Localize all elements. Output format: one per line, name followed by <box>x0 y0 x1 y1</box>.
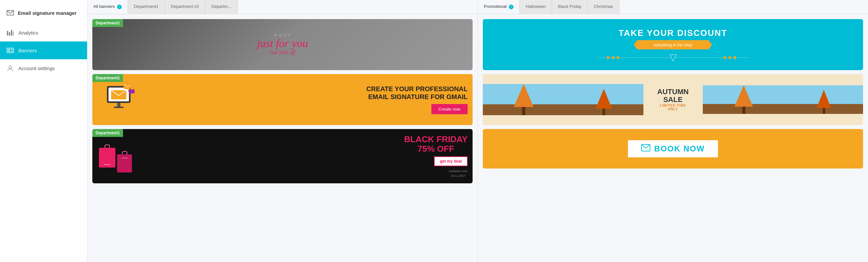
autumn-sale-title: AUTUMN SALE <box>657 88 689 104</box>
autumn-sale-center: AUTUMN SALE LIMITED TIME ONLY <box>643 85 703 114</box>
sidebar-item-analytics[interactable]: Analytics <box>0 24 87 41</box>
svg-marker-22 <box>727 55 731 60</box>
svg-rect-0 <box>7 31 8 36</box>
gift-script-text: just for you <box>257 37 308 50</box>
bf-store-text: martstore.com <box>448 170 468 173</box>
email-dept-badge: Department1 <box>92 74 123 82</box>
svg-marker-23 <box>722 55 726 60</box>
blue-discount-title: TAKE YOUR DISCOUNT <box>488 28 858 38</box>
blue-discount-content: TAKE YOUR DISCOUNT everything in the sho… <box>483 23 863 66</box>
tab-department1[interactable]: Department1 <box>128 0 165 14</box>
bf-date-text: 24.11.2017 <box>448 174 468 177</box>
svg-marker-20 <box>670 54 676 61</box>
gift-banner-card[interactable]: Department1 A GIFT just for you Get 50% … <box>92 19 473 70</box>
banners-icon <box>7 47 14 54</box>
booknow-right-notch <box>853 129 863 169</box>
svg-rect-3 <box>13 32 13 36</box>
bf-deal-button[interactable]: get my deal <box>434 156 468 166</box>
svg-point-8 <box>9 66 11 69</box>
bf-title: BLACK FRIDAY 75% OFF <box>404 135 468 153</box>
autumn-trees-right <box>703 85 863 114</box>
bf-banner-text: BLACK FRIDAY 75% OFF <box>404 135 468 153</box>
booknow-banner-card[interactable]: BOOK NOW <box>483 129 863 169</box>
main-content: All banners ? Department1 Department #2 … <box>87 0 868 262</box>
tab-all-banners[interactable]: All banners ? <box>87 0 128 14</box>
blue-arrows-decoration <box>597 54 749 61</box>
booknow-left-notch <box>483 129 493 169</box>
tab-department2[interactable]: Department #2 <box>165 0 206 14</box>
gift-banner-content: A GIFT just for you Get 50% off <box>254 30 311 59</box>
booknow-label: BOOK NOW <box>654 144 705 153</box>
left-panel-tabs: All banners ? Department1 Department #2 … <box>87 0 477 14</box>
sidebar: Email signature manager Analytics Banner… <box>0 0 87 262</box>
shopping-bags-illustration <box>99 145 132 167</box>
promotional-help-icon[interactable]: ? <box>509 5 514 9</box>
sidebar-logo-text: Email signature manager <box>18 10 76 16</box>
right-panel: Promotional ? Halloween Black Friday Chr… <box>478 0 868 262</box>
booknow-email-icon <box>641 144 650 153</box>
svg-marker-21 <box>733 55 736 60</box>
svg-rect-6 <box>11 49 13 50</box>
tab-black-friday[interactable]: Black Friday <box>552 0 588 14</box>
gift-dept-badge: Department1 <box>92 19 123 27</box>
sidebar-item-banners[interactable]: Banners <box>0 41 87 59</box>
email-banner-card[interactable]: Department1 <box>92 74 473 125</box>
svg-rect-15 <box>114 107 124 108</box>
tab-department-more[interactable]: Departm... <box>206 0 238 14</box>
svg-rect-1 <box>9 32 10 36</box>
booknow-content: BOOK NOW <box>483 129 863 169</box>
sidebar-analytics-label: Analytics <box>19 30 38 36</box>
blue-subtitle: everything in the shop <box>654 43 692 47</box>
bf-banner-card[interactable]: Department1 <box>92 129 473 183</box>
tab-halloween[interactable]: Halloween <box>520 0 552 14</box>
svg-marker-18 <box>612 55 615 60</box>
analytics-icon <box>7 29 14 36</box>
sidebar-banners-label: Banners <box>19 48 37 53</box>
email-banner-left <box>92 80 145 119</box>
account-settings-icon <box>7 65 14 72</box>
autumn-trees-left <box>483 84 643 115</box>
tab-christmas[interactable]: Christmas <box>588 0 619 14</box>
bf-store-info: martstore.com 24.11.2017 <box>448 168 468 177</box>
autumn-sale-subtitle: LIMITED TIME ONLY <box>660 104 686 111</box>
booknow-box: BOOK NOW <box>628 140 718 157</box>
gift-off-text: Get 50% off <box>257 50 308 55</box>
blue-discount-banner-card[interactable]: TAKE YOUR DISCOUNT everything in the sho… <box>483 19 863 70</box>
email-manager-icon <box>7 9 14 16</box>
right-panel-tabs: Promotional ? Halloween Black Friday Chr… <box>478 0 868 14</box>
email-banner-right: CREATE YOUR PROFESSIONAL EMAIL SIGNATURE… <box>145 82 473 117</box>
bf-banner-right: BLACK FRIDAY 75% OFF get my deal martsto… <box>138 131 473 180</box>
right-panel-content: TAKE YOUR DISCOUNT everything in the sho… <box>478 14 868 262</box>
tab-promotional[interactable]: Promotional ? <box>478 0 520 14</box>
bf-banner-left <box>92 145 138 167</box>
sidebar-logo-item[interactable]: Email signature manager <box>0 3 87 24</box>
sidebar-account-label: Account settings <box>19 66 55 71</box>
computer-illustration-icon <box>97 83 140 116</box>
svg-rect-7 <box>11 51 13 52</box>
svg-rect-2 <box>11 30 12 36</box>
gift-small-text: A GIFT <box>257 34 308 37</box>
sidebar-item-account-settings[interactable]: Account settings <box>0 59 87 77</box>
svg-marker-19 <box>617 55 620 60</box>
blue-ribbon: everything in the shop <box>637 40 709 49</box>
left-panel-content: Department1 A GIFT just for you Get 50% … <box>87 14 477 262</box>
all-banners-help-icon[interactable]: ? <box>117 5 122 9</box>
svg-rect-5 <box>8 49 10 52</box>
svg-marker-17 <box>607 55 611 60</box>
panels-container: All banners ? Department1 Department #2 … <box>87 0 868 262</box>
autumn-banner-card[interactable]: AUTUMN SALE LIMITED TIME ONLY <box>483 74 863 125</box>
blue-arrows-row <box>488 54 858 61</box>
email-banner-title: CREATE YOUR PROFESSIONAL EMAIL SIGNATURE… <box>366 85 468 101</box>
left-panel: All banners ? Department1 Department #2 … <box>87 0 478 262</box>
email-create-now-button[interactable]: Create now <box>431 104 468 114</box>
bf-dept-badge: Department1 <box>92 129 123 137</box>
svg-rect-14 <box>117 103 120 107</box>
